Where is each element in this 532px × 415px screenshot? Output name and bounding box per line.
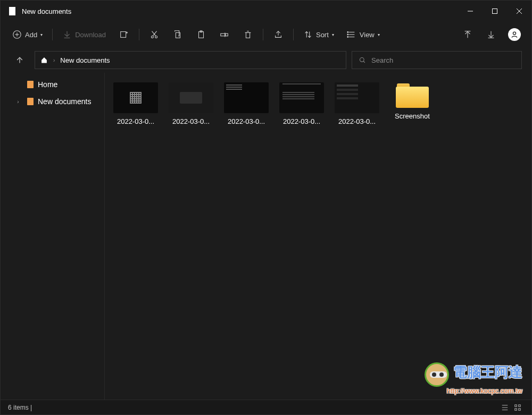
titlebar: New documents xyxy=(1,1,531,22)
search-input[interactable] xyxy=(371,56,515,64)
new-pane-button[interactable] xyxy=(113,25,135,44)
thumbnail xyxy=(169,82,213,113)
sidebar-item-new-documents[interactable]: › New documents xyxy=(1,93,104,110)
sort-label: Sort xyxy=(316,31,329,39)
folder-icon xyxy=(27,98,34,105)
svg-point-30 xyxy=(347,32,348,33)
svg-point-39 xyxy=(360,57,364,62)
file-item[interactable]: 2022-03-0... xyxy=(108,80,163,128)
home-icon xyxy=(40,56,48,64)
rename-button[interactable] xyxy=(214,25,235,44)
breadcrumb-current: New documents xyxy=(60,56,110,64)
file-label: 2022-03-0... xyxy=(117,117,154,125)
svg-point-12 xyxy=(151,36,153,38)
download-button[interactable]: Download xyxy=(57,25,111,44)
sidebar: Home › New documents xyxy=(1,73,105,400)
sidebar-item-label: Home xyxy=(38,80,57,89)
account-button[interactable] xyxy=(504,25,525,44)
svg-line-14 xyxy=(153,31,156,36)
add-label: Add xyxy=(25,31,37,39)
svg-rect-47 xyxy=(519,408,521,410)
toolbar: Add ▾ Download xyxy=(1,22,531,47)
copy-button[interactable] xyxy=(167,25,188,44)
search-icon xyxy=(359,56,366,64)
breadcrumb[interactable]: › New documents xyxy=(35,51,346,69)
svg-point-32 xyxy=(347,37,348,38)
svg-rect-19 xyxy=(221,33,225,36)
minimize-button[interactable] xyxy=(458,1,483,22)
svg-rect-22 xyxy=(246,32,250,38)
svg-point-37 xyxy=(513,32,516,35)
close-button[interactable] xyxy=(507,1,531,22)
content-area: 2022-03-0... 2022-03-0... 2022-03-0... 2… xyxy=(105,73,531,400)
thumbnail xyxy=(279,82,324,113)
add-button[interactable]: Add ▾ xyxy=(7,25,48,44)
folder-item[interactable]: Screenshot xyxy=(385,80,440,128)
file-item[interactable]: 2022-03-0... xyxy=(219,80,274,128)
status-text: 6 items | xyxy=(8,404,32,411)
svg-rect-46 xyxy=(515,408,517,410)
app-icon xyxy=(9,7,15,15)
file-label: Screenshot xyxy=(395,112,430,120)
expand-icon[interactable]: › xyxy=(13,99,23,105)
sort-button[interactable]: Sort ▾ xyxy=(298,25,339,44)
chevron-down-icon: ▾ xyxy=(40,32,43,37)
thumbnail xyxy=(224,82,269,113)
nav-up-button[interactable] xyxy=(10,50,29,70)
file-item[interactable]: 2022-03-0... xyxy=(329,80,385,128)
folder-icon xyxy=(27,81,34,88)
svg-rect-1 xyxy=(493,9,497,14)
sidebar-item-label: New documents xyxy=(38,97,91,106)
details-view-button[interactable] xyxy=(498,402,511,413)
file-label: 2022-03-0... xyxy=(228,117,265,125)
svg-rect-17 xyxy=(198,32,203,38)
thumbnail xyxy=(113,82,158,113)
search-box[interactable] xyxy=(352,51,522,69)
sidebar-item-home[interactable]: Home xyxy=(1,76,104,93)
paste-button[interactable] xyxy=(190,25,212,44)
file-label: 2022-03-0... xyxy=(283,117,320,125)
svg-rect-16 xyxy=(176,32,180,38)
download-toolbar-button[interactable] xyxy=(480,25,502,44)
view-button[interactable]: View ▾ xyxy=(342,25,385,44)
svg-line-40 xyxy=(363,61,365,63)
window-title: New documents xyxy=(22,7,71,15)
maximize-button[interactable] xyxy=(483,1,507,22)
grid-view-button[interactable] xyxy=(511,402,524,413)
share-button[interactable] xyxy=(268,25,289,44)
download-label: Download xyxy=(75,31,106,39)
svg-rect-44 xyxy=(515,404,517,406)
file-label: 2022-03-0... xyxy=(172,117,210,125)
svg-line-15 xyxy=(152,31,155,36)
chevron-down-icon: ▾ xyxy=(332,32,334,37)
delete-button[interactable] xyxy=(237,25,259,44)
cut-button[interactable] xyxy=(144,25,165,44)
view-label: View xyxy=(360,31,375,39)
nav-row: › New documents xyxy=(1,47,531,73)
svg-rect-45 xyxy=(519,404,521,406)
svg-point-31 xyxy=(347,34,348,35)
avatar-icon xyxy=(508,28,521,41)
svg-rect-20 xyxy=(226,33,228,36)
file-item[interactable]: 2022-03-0... xyxy=(163,80,219,128)
svg-rect-9 xyxy=(121,32,126,38)
status-bar: 6 items | xyxy=(1,400,531,414)
thumbnail xyxy=(335,82,379,113)
file-item[interactable]: 2022-03-0... xyxy=(274,80,329,128)
folder-icon xyxy=(396,82,429,108)
upload-button[interactable] xyxy=(457,25,478,44)
file-label: 2022-03-0... xyxy=(338,117,376,125)
breadcrumb-separator-icon: › xyxy=(53,57,55,63)
svg-point-13 xyxy=(155,36,157,38)
chevron-down-icon: ▾ xyxy=(378,32,380,37)
